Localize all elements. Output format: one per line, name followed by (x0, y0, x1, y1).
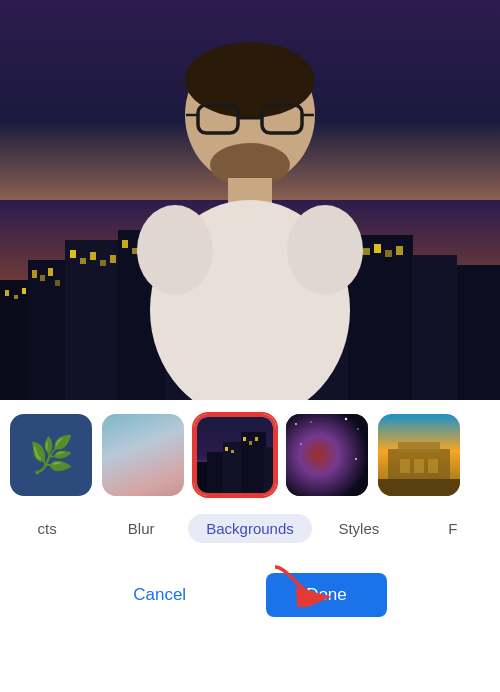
svg-rect-36 (457, 265, 500, 400)
svg-point-62 (295, 423, 297, 425)
svg-rect-74 (378, 479, 460, 496)
svg-rect-2 (5, 290, 9, 296)
svg-point-63 (310, 421, 312, 423)
tab-blur[interactable]: Blur (94, 514, 188, 543)
thumbnail-outdoor[interactable] (378, 414, 460, 496)
video-preview (0, 0, 500, 400)
svg-rect-53 (225, 447, 228, 451)
arrow-indicator (270, 559, 350, 607)
tab-backgrounds[interactable]: Backgrounds (188, 514, 312, 543)
svg-rect-12 (80, 258, 86, 264)
thumbnail-outdoor-img (378, 414, 460, 496)
cancel-button[interactable]: Cancel (113, 575, 206, 615)
svg-rect-71 (400, 459, 410, 473)
svg-rect-11 (70, 250, 76, 258)
thumbnail-space[interactable] (286, 414, 368, 496)
thumbnail-city[interactable] (194, 414, 276, 496)
svg-rect-70 (398, 442, 440, 452)
svg-rect-5 (28, 260, 68, 400)
thumbnail-city-img (197, 417, 276, 496)
thumbnail-space-img (286, 414, 368, 496)
svg-point-65 (357, 428, 359, 430)
svg-rect-58 (255, 437, 258, 441)
svg-point-66 (300, 443, 302, 445)
svg-point-47 (137, 205, 213, 295)
svg-rect-7 (40, 275, 45, 281)
svg-rect-35 (412, 255, 457, 400)
tabs-row: cts Blur Backgrounds Styles F (0, 510, 500, 555)
svg-rect-3 (14, 295, 18, 299)
svg-rect-61 (286, 414, 368, 496)
thumbnail-leaf[interactable] (10, 414, 92, 496)
svg-rect-59 (264, 447, 276, 496)
svg-rect-9 (55, 280, 60, 286)
person-svg (90, 40, 410, 400)
svg-rect-6 (32, 270, 37, 278)
thumbnails-row (0, 400, 500, 510)
svg-point-64 (345, 418, 347, 420)
svg-rect-51 (207, 452, 225, 496)
svg-rect-57 (249, 441, 252, 445)
svg-point-67 (355, 458, 357, 460)
tab-styles[interactable]: Styles (312, 514, 406, 543)
svg-rect-73 (428, 459, 438, 473)
actions-row: Cancel Done (0, 555, 500, 641)
svg-rect-56 (243, 437, 246, 441)
svg-rect-4 (22, 288, 26, 294)
svg-rect-72 (414, 459, 424, 473)
thumbnail-gradient[interactable] (102, 414, 184, 496)
svg-point-48 (287, 205, 363, 295)
svg-rect-55 (241, 432, 266, 496)
svg-rect-8 (48, 268, 53, 276)
tab-more[interactable]: F (406, 514, 500, 543)
svg-rect-54 (231, 450, 234, 453)
tab-effects[interactable]: cts (0, 514, 94, 543)
